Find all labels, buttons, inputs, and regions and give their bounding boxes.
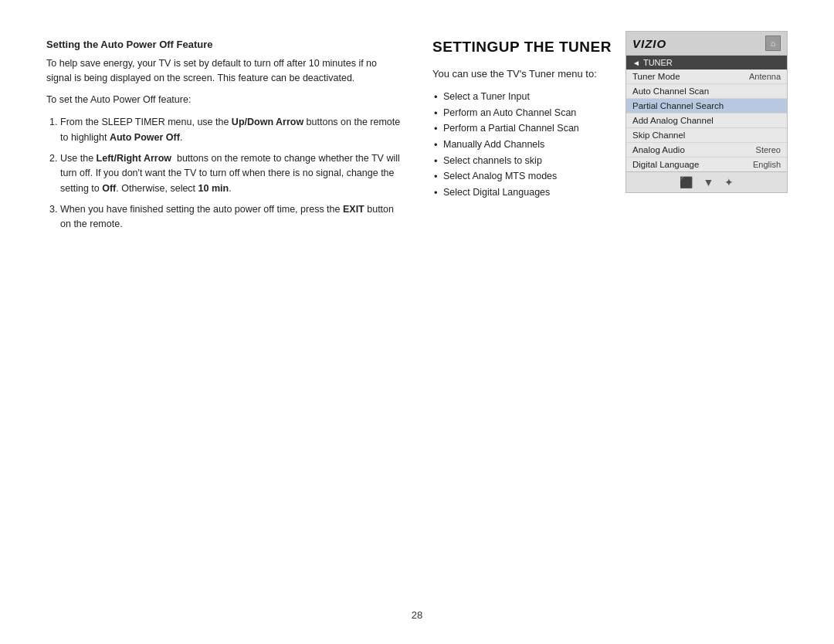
right-column: VIZIO ⌂ ◄ TUNER Tuner Mode Antenna Auto … [432,31,788,613]
bullet-item-2: Perform an Auto Channel Scan [432,105,788,121]
home-icon: ⌂ [771,39,776,48]
bullet-item-3: Perform a Partial Channel Scan [432,120,788,137]
bullet-item-6: Select Analog MTS modes [432,168,788,185]
bullet-item-4: Manually Add Channels [432,137,788,153]
vizio-logo: VIZIO [632,37,666,50]
nav-back-arrow: ◄ [632,59,640,67]
tuner-mode-value: Antenna [749,72,781,81]
tuner-mode-label: Tuner Mode [632,72,680,81]
left-column: Setting the Auto Power Off Feature To he… [46,31,402,613]
intro-paragraph: To help save energy, your TV is set by d… [46,56,402,107]
page-number: 28 [412,609,422,621]
step-1: From the SLEEP TIMER menu, use the Up/Do… [60,115,402,145]
step-2: Use the Left/Right Arrow buttons on the … [60,151,402,196]
tv-menu-nav: ◄ TUNER [626,56,787,69]
tv-menu-header: VIZIO ⌂ [626,32,787,56]
bullet-item-5: Select channels to skip [432,153,788,169]
sub-intro-text: To set the Auto Power Off feature: [46,93,402,107]
intro-text-p: To help save energy, your TV is set by d… [46,56,402,86]
bullet-item-7: Select Digital Languages [432,185,788,201]
bullet-item-1: Select a Tuner Input [432,89,788,105]
bullet-list: Select a Tuner Input Perform an Auto Cha… [432,89,788,200]
nav-label: TUNER [643,58,673,67]
menu-row-tuner-mode[interactable]: Tuner Mode Antenna [626,69,787,84]
step-list: From the SLEEP TIMER menu, use the Up/Do… [46,115,402,232]
home-button[interactable]: ⌂ [765,36,781,51]
step-3: When you have finished setting the auto … [60,202,402,232]
section-heading: Setting the Auto Power Off Feature [46,39,402,50]
